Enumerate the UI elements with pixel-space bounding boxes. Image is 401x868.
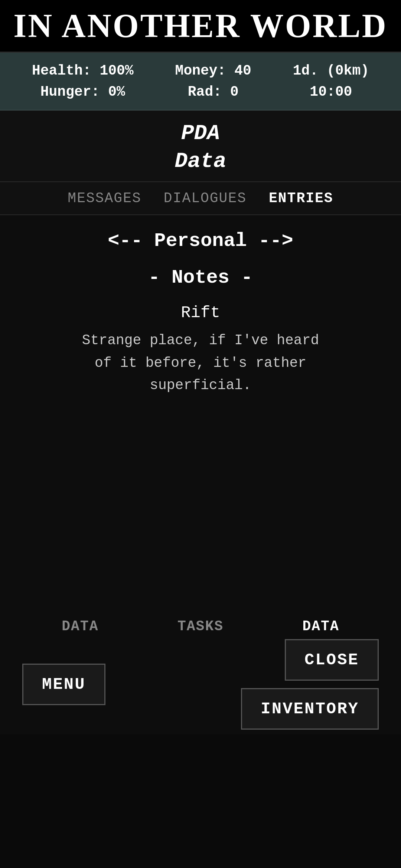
- time-stat: 10:00: [310, 81, 352, 102]
- bottom-nav-data-1[interactable]: DATA: [62, 618, 98, 634]
- money-stat: Money: 40: [175, 60, 251, 81]
- pda-header: PDA Data: [0, 111, 401, 182]
- day-stat: 1d. (0km): [293, 60, 369, 81]
- rad-stat: Rad: 0: [188, 81, 239, 102]
- right-buttons: CLOSE INVENTORY: [241, 639, 379, 730]
- tabs-bar: MESSAGES DIALOGUES ENTRIES: [0, 182, 401, 215]
- health-stat: Health: 100%: [32, 60, 134, 81]
- main-content: <-- Personal --> - Notes - Rift Strange …: [0, 215, 401, 734]
- section-nav[interactable]: <-- Personal -->: [22, 230, 379, 252]
- section-title: - Notes -: [22, 267, 379, 289]
- bottom-nav-tasks[interactable]: TASKS: [177, 618, 224, 634]
- stats-col-3: 1d. (0km) 10:00: [293, 60, 369, 102]
- pda-title-line2: Data: [175, 149, 226, 173]
- close-button[interactable]: CLOSE: [285, 639, 379, 681]
- tab-messages[interactable]: MESSAGES: [68, 190, 141, 206]
- stats-bar: Health: 100% Hunger: 0% Money: 40 Rad: 0…: [0, 53, 401, 111]
- action-buttons: MENU CLOSE INVENTORY: [0, 642, 401, 734]
- stats-col-1: Health: 100% Hunger: 0%: [32, 60, 134, 102]
- tab-entries[interactable]: ENTRIES: [269, 190, 333, 206]
- bottom-nav-data-2[interactable]: DATA: [303, 618, 339, 634]
- pda-title-line1: PDA: [181, 121, 220, 145]
- bottom-nav-bar: DATA TASKS DATA: [0, 611, 401, 642]
- inventory-button[interactable]: INVENTORY: [241, 688, 379, 730]
- app-title: IN ANOTHER WORLD: [13, 7, 388, 44]
- tab-dialogues[interactable]: DIALOGUES: [164, 190, 247, 206]
- pda-title: PDA Data: [7, 119, 394, 175]
- stats-col-2: Money: 40 Rad: 0: [175, 60, 251, 102]
- entry-title: Rift: [22, 303, 379, 322]
- title-bar: IN ANOTHER WORLD: [0, 0, 401, 53]
- menu-button[interactable]: MENU: [22, 664, 105, 705]
- hunger-stat: Hunger: 0%: [40, 81, 125, 102]
- entry-body: Strange place, if I've heard of it befor…: [71, 329, 330, 397]
